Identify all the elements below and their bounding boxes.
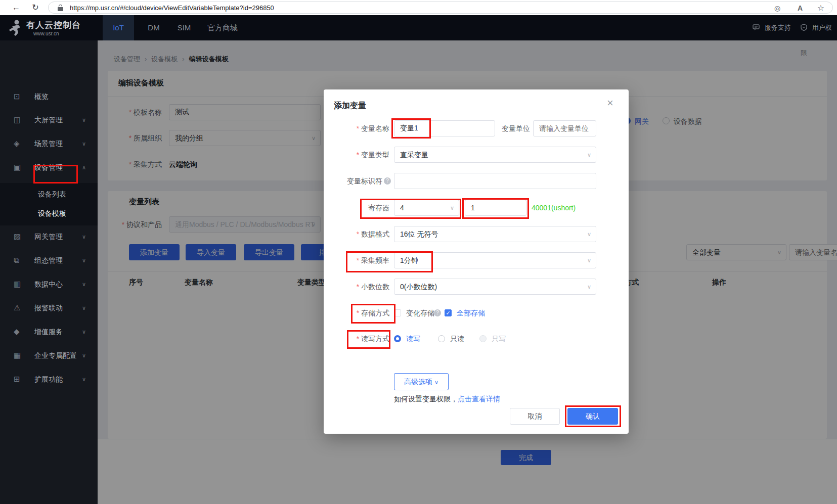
value-added-icon: ◆	[14, 327, 20, 336]
chevron-down-icon: ∨	[587, 147, 591, 162]
register-address-input[interactable]	[465, 200, 526, 216]
sidebar-item-label: 企业专属配置	[34, 351, 77, 360]
variable-type-select[interactable]: 直采变量 ∨	[394, 147, 596, 163]
sidebar-item-label: 数据中心	[34, 280, 63, 289]
sidebar-item-bigscreen[interactable]: ◫ 大屏管理 ∨	[0, 108, 98, 132]
nav-permission[interactable]: 用户权限	[801, 15, 837, 40]
advanced-options-button[interactable]: 高级选项∨	[394, 373, 449, 390]
chevron-down-icon: ∨	[82, 117, 86, 123]
enterprise-icon: ▦	[14, 351, 21, 360]
help-icon[interactable]: ?	[384, 177, 391, 185]
change-storage-label[interactable]: 变化存储	[406, 305, 434, 321]
device-submenu: 设备列表 设备模板	[0, 183, 98, 225]
chevron-down-icon: ∨	[434, 379, 438, 385]
collect-frequency-label: 采集频率	[324, 252, 389, 268]
variable-type-label: 变量类型	[324, 147, 389, 163]
register-type-select[interactable]: 4 ∨	[394, 200, 459, 216]
decimal-places-value: 0(小数位数)	[400, 283, 437, 291]
brand-title[interactable]: 有人云控制台	[26, 19, 81, 31]
data-format-label: 数据格式	[324, 226, 389, 242]
decimal-places-label: 小数位数	[324, 279, 389, 295]
permission-hint-text: 如何设置变量权限，	[394, 395, 458, 403]
sidebar: ⊡ 概览 ◫ 大屏管理 ∨ ◈ 场景管理 ∨ ▣ 设备管理 ∧ 设备列表 设备模…	[0, 40, 98, 504]
chevron-down-icon: ∨	[82, 281, 86, 288]
chevron-down-icon: ∨	[82, 329, 86, 335]
chevron-down-icon: ∨	[587, 226, 591, 242]
permission-hint-link[interactable]: 点击查看详情	[458, 395, 500, 403]
storage-mode-label: 存储方式	[324, 305, 389, 321]
gateway-icon: ▨	[14, 232, 21, 241]
variable-identifier-label: 变量标识符	[317, 173, 382, 189]
sidebar-item-label: 组态管理	[34, 256, 63, 265]
nav-tab-dm[interactable]: DM	[139, 15, 168, 40]
favorite-icon[interactable]: ☆	[815, 3, 826, 14]
sidebar-item-label: 场景管理	[34, 140, 63, 148]
sidebar-item-overview[interactable]: ⊡ 概览	[0, 85, 98, 109]
sidebar-item-datacenter[interactable]: ▥ 数据中心 ∨	[0, 272, 98, 296]
chevron-down-icon: ∨	[587, 253, 591, 268]
browser-chrome: ← ↻ https://mp.usr.cn/#/cloud/device/Vie…	[0, 0, 837, 15]
brand-subtitle: www.usr.cn	[33, 31, 59, 36]
lock-icon	[58, 5, 63, 11]
browser-back-icon[interactable]: ←	[10, 0, 22, 15]
chevron-down-icon: ∨	[587, 279, 591, 294]
chevron-down-icon: ∨	[82, 257, 86, 264]
read-write-radio[interactable]	[394, 335, 401, 342]
read-only-radio-label[interactable]: 只读	[450, 331, 464, 347]
read-only-radio[interactable]	[438, 335, 445, 342]
sidebar-item-scene[interactable]: ◈ 场景管理 ∨	[0, 132, 98, 156]
variable-type-value: 直采变量	[400, 151, 428, 159]
sidebar-item-enterprise[interactable]: ▦ 企业专属配置 ∨	[0, 344, 98, 368]
all-storage-label[interactable]: 全部存储	[457, 305, 485, 321]
url-text[interactable]: https://mp.usr.cn/#/cloud/device/ViewEdi…	[70, 4, 274, 12]
sidebar-item-device-template[interactable]: 设备模板	[38, 208, 66, 218]
configuration-icon: ⧉	[14, 256, 19, 265]
chevron-down-icon: ∨	[82, 376, 86, 383]
nav-tab-sim[interactable]: SIM	[169, 15, 199, 40]
cancel-button[interactable]: 取消	[510, 408, 560, 425]
decimal-places-select[interactable]: 0(小数位数) ∨	[394, 279, 596, 295]
variable-unit-input[interactable]	[533, 120, 596, 136]
sidebar-item-label: 报警联动	[34, 304, 63, 312]
chevron-down-icon: ∨	[82, 141, 86, 147]
change-storage-checkbox[interactable]	[394, 309, 401, 316]
location-icon[interactable]: ◎	[772, 3, 783, 14]
all-storage-checkbox[interactable]: ✓	[445, 309, 452, 316]
read-write-radio-label[interactable]: 读写	[406, 331, 420, 347]
sidebar-item-gateway[interactable]: ▨ 网关管理 ∨	[0, 225, 98, 249]
variable-unit-label: 变量单位	[502, 120, 530, 136]
sidebar-item-vas[interactable]: ◆ 增值服务 ∨	[0, 320, 98, 344]
nav-support[interactable]: 服务支持	[753, 15, 791, 40]
brand-logo-icon	[8, 19, 24, 38]
browser-refresh-icon[interactable]: ↻	[29, 0, 41, 15]
sidebar-item-label: 概览	[34, 93, 49, 101]
close-icon[interactable]: ×	[607, 98, 613, 109]
permission-hint: 如何设置变量权限，点击查看详情	[394, 391, 500, 407]
modal-title: 添加变量	[334, 101, 366, 111]
help-icon[interactable]: ?	[434, 309, 441, 316]
data-format-select[interactable]: 16位 无符号 ∨	[394, 226, 596, 242]
collect-frequency-value: 1分钟	[400, 256, 418, 264]
sidebar-item-extensions[interactable]: ⊞ 扩展功能 ∨	[0, 368, 98, 391]
chevron-down-icon: ∨	[82, 352, 86, 359]
bigscreen-icon: ◫	[14, 115, 21, 124]
nav-tab-mall[interactable]: 官方商城	[201, 15, 244, 40]
write-only-radio[interactable]	[479, 335, 487, 342]
sidebar-item-alarm[interactable]: ⚠ 报警联动 ∨	[0, 296, 98, 320]
sidebar-item-label: 增值服务	[34, 328, 63, 336]
variable-name-input[interactable]	[394, 120, 495, 136]
read-aloud-icon[interactable]: A	[795, 3, 806, 14]
nav-tab-iot[interactable]: IoT	[103, 15, 134, 40]
variable-identifier-input[interactable]	[394, 173, 596, 189]
address-bar[interactable]: https://mp.usr.cn/#/cloud/device/ViewEdi…	[48, 2, 833, 14]
chevron-up-icon: ∧	[82, 164, 86, 171]
data-format-value: 16位 无符号	[400, 230, 438, 238]
sidebar-item-configuration[interactable]: ⧉ 组态管理 ∨	[0, 249, 98, 272]
sidebar-item-device-list[interactable]: 设备列表	[38, 189, 66, 199]
write-only-radio-label: 只写	[492, 331, 506, 347]
collect-frequency-select[interactable]: 1分钟 ∨	[394, 252, 596, 268]
screen: ← ↻ https://mp.usr.cn/#/cloud/device/Vie…	[0, 0, 837, 504]
sidebar-item-device[interactable]: ▣ 设备管理 ∧	[0, 156, 98, 179]
confirm-button[interactable]: 确认	[567, 408, 618, 425]
variable-name-label: 变量名称	[324, 120, 389, 136]
